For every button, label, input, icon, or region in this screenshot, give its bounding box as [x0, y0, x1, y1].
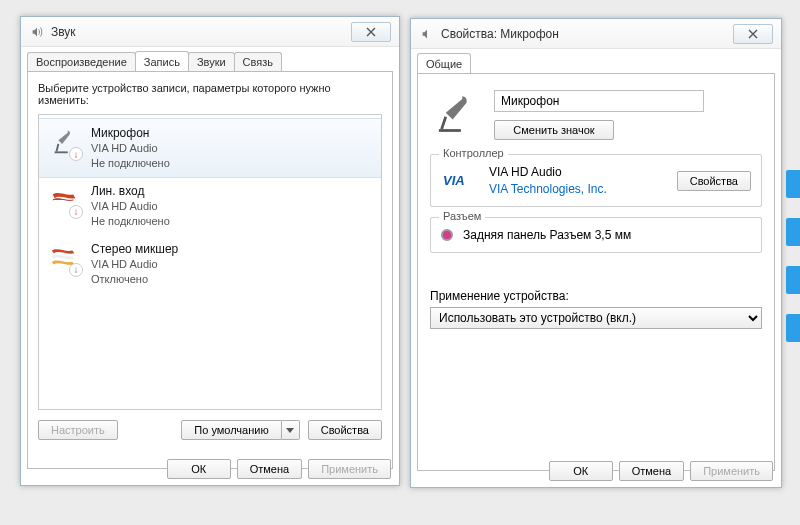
tab-general[interactable]: Общие — [417, 53, 471, 73]
speaker-icon — [419, 26, 435, 42]
jack-color-icon — [441, 229, 453, 241]
device-name: Лин. вход — [91, 183, 170, 199]
window-title: Свойства: Микрофон — [441, 27, 559, 41]
device-driver: VIA HD Audio — [91, 141, 170, 156]
properties-button[interactable]: Свойства — [308, 420, 382, 440]
controller-properties-button[interactable]: Свойства — [677, 171, 751, 191]
sound-dialog: Звук Воспроизведение Запись Звуки Связь … — [20, 16, 400, 486]
device-item-microphone[interactable]: ↓ Микрофон VIA HD Audio Не подключено — [38, 118, 382, 178]
status-badge-unplugged-icon: ↓ — [69, 205, 83, 219]
tab-communications[interactable]: Связь — [234, 52, 282, 71]
set-default-button[interactable]: По умолчанию — [181, 420, 281, 440]
device-name-input[interactable] — [494, 90, 704, 112]
device-status: Не подключено — [91, 214, 170, 229]
tabstrip: Воспроизведение Запись Звуки Связь — [21, 47, 399, 71]
tab-recording[interactable]: Запись — [135, 51, 189, 71]
tab-content: Сменить значок Контроллер VIA VIA HD Aud… — [417, 73, 775, 471]
close-icon — [365, 27, 377, 37]
device-usage-select[interactable]: Использовать это устройство (вкл.) — [430, 307, 762, 329]
group-title: Контроллер — [439, 147, 508, 159]
set-default-dropdown[interactable] — [282, 420, 300, 440]
ok-button[interactable]: ОК — [549, 461, 613, 481]
svg-rect-1 — [439, 129, 461, 132]
device-name: Стерео микшер — [91, 241, 178, 257]
status-badge-disabled-icon: ↓ — [69, 263, 83, 277]
usage-label: Применение устройства: — [430, 289, 762, 303]
device-header: Сменить значок — [430, 86, 762, 140]
device-item-stereomix[interactable]: ↓ Стерео микшер VIA HD Audio Отключено — [39, 235, 381, 293]
tab-playback[interactable]: Воспроизведение — [27, 52, 136, 71]
tab-sounds[interactable]: Звуки — [188, 52, 235, 71]
ok-button[interactable]: ОК — [167, 459, 231, 479]
device-driver: VIA HD Audio — [91, 199, 170, 214]
linein-icon: ↓ — [47, 183, 81, 217]
via-logo-icon: VIA — [441, 172, 479, 190]
stereomix-icon: ↓ — [47, 241, 81, 275]
device-list[interactable]: ↓ Микрофон VIA HD Audio Не подключено ↓ … — [38, 114, 382, 410]
dialog-buttons: ОК Отмена Применить — [167, 459, 391, 479]
instruction-text: Выберите устройство записи, параметры ко… — [38, 82, 382, 106]
device-status: Отключено — [91, 272, 178, 287]
device-status: Не подключено — [91, 156, 170, 171]
apply-button[interactable]: Применить — [308, 459, 391, 479]
vendor-link[interactable]: VIA Technologies, Inc. — [489, 182, 607, 196]
device-driver: VIA HD Audio — [91, 257, 178, 272]
microphone-icon — [430, 90, 478, 138]
chevron-down-icon — [286, 426, 294, 434]
jack-text: Задняя панель Разъем 3,5 мм — [463, 228, 631, 242]
configure-button[interactable]: Настроить — [38, 420, 118, 440]
device-item-linein[interactable]: ↓ Лин. вход VIA HD Audio Не подключено — [39, 177, 381, 235]
svg-rect-0 — [55, 151, 68, 153]
cancel-button[interactable]: Отмена — [237, 459, 302, 479]
microphone-icon: ↓ — [47, 125, 81, 159]
dialog-buttons: ОК Отмена Применить — [549, 461, 773, 481]
titlebar[interactable]: Свойства: Микрофон — [411, 19, 781, 49]
group-title: Разъем — [439, 210, 485, 222]
window-title: Звук — [51, 25, 76, 39]
jack-group: Разъем Задняя панель Разъем 3,5 мм — [430, 217, 762, 253]
titlebar[interactable]: Звук — [21, 17, 399, 47]
close-button[interactable] — [351, 22, 391, 42]
close-button[interactable] — [733, 24, 773, 44]
background-accent — [786, 170, 800, 362]
tab-content: Выберите устройство записи, параметры ко… — [27, 71, 393, 469]
cancel-button[interactable]: Отмена — [619, 461, 684, 481]
apply-button[interactable]: Применить — [690, 461, 773, 481]
close-icon — [747, 29, 759, 39]
change-icon-button[interactable]: Сменить значок — [494, 120, 614, 140]
set-default-split-button[interactable]: По умолчанию — [181, 420, 299, 440]
controller-group: Контроллер VIA VIA HD Audio VIA Technolo… — [430, 154, 762, 207]
svg-text:VIA: VIA — [443, 173, 465, 188]
tabstrip: Общие — [411, 49, 781, 73]
device-name: Микрофон — [91, 125, 170, 141]
controller-name: VIA HD Audio — [489, 165, 607, 179]
device-buttons-row: Настроить По умолчанию Свойства — [38, 420, 382, 440]
status-badge-unplugged-icon: ↓ — [69, 147, 83, 161]
microphone-properties-dialog: Свойства: Микрофон Общие Сменить значок … — [410, 18, 782, 488]
speaker-icon — [29, 24, 45, 40]
